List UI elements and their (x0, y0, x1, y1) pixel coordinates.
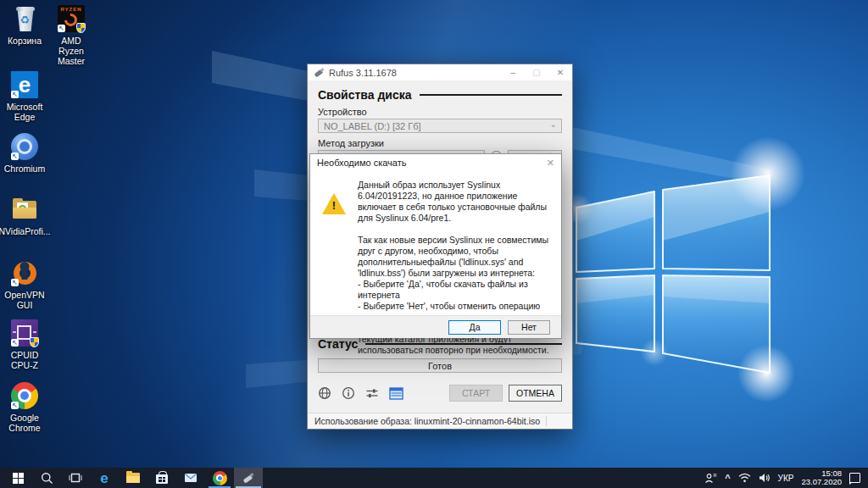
dialog-title: Необходимо скачать (317, 158, 547, 168)
desktop-icon-recycle-bin[interactable]: ♻ Корзина (2, 4, 47, 46)
desktop-icon-openvpn-gui[interactable]: ↖ OpenVPN GUI (2, 258, 47, 310)
cancel-button[interactable]: ОТМЕНА (509, 385, 562, 402)
file-explorer-icon (126, 473, 140, 483)
rufus-titlebar: Rufus 3.11.1678 – ▢ ✕ (308, 64, 572, 80)
desktop-icon-chromium[interactable]: ↖ Chromium (2, 132, 47, 174)
device-select[interactable]: NO_LABEL (D:) [32 Гб] ⌄ (318, 119, 562, 133)
edge-icon: e (100, 471, 108, 485)
progress-bar: Готов (318, 358, 562, 373)
desktop-icon-label: Google Chrome (2, 413, 47, 433)
microsoft-edge-icon: e ↖ (10, 70, 39, 99)
people-icon[interactable]: R (704, 473, 717, 484)
desktop-icon-nvidia-profile[interactable]: NVidiaProfi... (2, 195, 47, 236)
rufus-app-icon (314, 68, 324, 78)
screen: ♻ Корзина RYZEN ↖ AMD Ryzen Master e ↖ M… (0, 0, 868, 488)
dialog-body: ! Данный образ использует Syslinux 6.04/… (310, 171, 561, 315)
log-icon[interactable] (389, 387, 403, 400)
taskbar: e (0, 468, 868, 488)
desktop-icon-label: Корзина (8, 36, 42, 46)
section-title: Статус (318, 337, 358, 351)
task-view-button[interactable] (61, 468, 90, 488)
task-view-icon (69, 472, 82, 484)
rufus-statusbar: Использование образа: linuxmint-20-cinna… (308, 413, 572, 429)
taskbar-file-explorer-button[interactable] (119, 468, 147, 488)
about-info-icon[interactable] (342, 386, 355, 400)
desktop-icon-amd-ryzen-master[interactable]: RYZEN ↖ AMD Ryzen Master (48, 4, 94, 66)
dialog-bullet: - Выберите 'Да', чтобы скачать файлы из … (358, 279, 553, 301)
shortcut-arrow-icon: ↖ (11, 402, 19, 409)
microsoft-store-icon (156, 474, 168, 484)
dialog-close-icon[interactable]: ✕ (547, 158, 554, 169)
desktop-icon-google-chrome[interactable]: ↖ Google Chrome (2, 381, 47, 433)
openvpn-gui-icon: ↖ (10, 258, 39, 287)
chevron-down-icon: ⌄ (550, 119, 557, 129)
desktop-icon-microsoft-edge[interactable]: e ↖ Microsoft Edge (2, 70, 47, 122)
tray-date: 23.07.2020 (801, 478, 842, 487)
cpuz-icon: ↖ (10, 319, 39, 347)
no-button[interactable]: Нет (508, 320, 550, 335)
language-globe-icon[interactable] (318, 386, 331, 400)
recycle-bin-icon: ♻ (10, 4, 39, 33)
taskbar-chrome-button[interactable] (205, 468, 234, 488)
shortcut-arrow-icon: ↖ (11, 152, 19, 160)
boot-method-label: Метод загрузки (318, 138, 562, 148)
section-rule (420, 94, 562, 96)
tray-clock[interactable]: 15:08 23.07.2020 (801, 469, 842, 487)
taskbar-search-button[interactable] (32, 468, 61, 488)
desktop-icon-label: Chromium (4, 164, 45, 174)
svg-text:R: R (714, 473, 717, 478)
dialog-bullet: - Выберите 'Нет', чтобы отменить операци… (358, 301, 553, 312)
minimize-button[interactable]: – (501, 64, 525, 80)
shortcut-arrow-icon: ↖ (11, 339, 19, 347)
dialog-paragraph: Так как новые версии Syslinux не совмест… (358, 235, 553, 279)
settings-sliders-icon[interactable] (365, 386, 379, 400)
amd-ryzen-master-icon: RYZEN ↖ (57, 4, 86, 33)
search-icon (41, 472, 53, 485)
taskbar-mail-button[interactable] (176, 468, 205, 488)
download-required-dialog: Необходимо скачать ✕ ! Данный образ испо… (309, 153, 562, 339)
dialog-titlebar: Необходимо скачать ✕ (310, 154, 561, 171)
desktop-icon-label: CPUID CPU-Z (2, 350, 47, 370)
device-label: Устройство (318, 107, 562, 117)
tray-overflow-chevron-icon[interactable]: ^ (725, 473, 730, 483)
start-menu-button[interactable] (3, 468, 32, 488)
desktop-icon-label: NVidiaProfi... (0, 226, 51, 236)
desktop-icon-label: OpenVPN GUI (2, 290, 47, 310)
dialog-paragraph: Данный образ использует Syslinux 6.04/20… (358, 180, 553, 224)
statusbar-text: Использование образа: linuxmint-20-cinna… (308, 416, 546, 426)
taskbar-store-button[interactable] (147, 468, 176, 488)
section-drive-properties: Свойства диска (318, 88, 562, 102)
shortcut-arrow-icon: ↖ (11, 91, 19, 98)
statusbar-divider (546, 416, 547, 426)
desktop-icon-cpuid-cpuz[interactable]: ↖ CPUID CPU-Z (2, 319, 47, 370)
volume-icon[interactable] (759, 473, 771, 483)
shortcut-arrow-icon: ↖ (11, 279, 19, 286)
shortcut-arrow-icon: ↖ (58, 25, 65, 32)
yes-button[interactable]: Да (448, 320, 501, 335)
action-center-icon[interactable] (849, 473, 860, 483)
rufus-usb-icon (242, 471, 255, 485)
maximize-button: ▢ (525, 64, 548, 80)
system-tray: R ^ УКР 15:08 23.07 (704, 468, 868, 488)
windows-start-icon (13, 473, 24, 484)
taskbar-edge-button[interactable]: e (90, 468, 119, 488)
section-title: Свойства диска (318, 88, 412, 102)
google-chrome-icon: ↖ (10, 381, 39, 410)
wifi-icon[interactable] (738, 473, 751, 483)
language-indicator[interactable]: УКР (778, 474, 794, 483)
google-chrome-icon (213, 471, 227, 485)
desktop-icon-label: Microsoft Edge (2, 102, 47, 122)
mail-icon (184, 473, 198, 483)
start-button[interactable]: СТАРТ (449, 385, 503, 402)
dialog-footer: Да Нет (310, 315, 561, 338)
close-button[interactable]: ✕ (548, 64, 572, 80)
window-title: Rufus 3.11.1678 (329, 68, 501, 78)
desktop-icon-label: AMD Ryzen Master (48, 36, 94, 66)
chromium-icon: ↖ (10, 132, 39, 161)
taskbar-rufus-button[interactable] (234, 468, 263, 488)
nvidia-folder-icon (10, 195, 39, 224)
